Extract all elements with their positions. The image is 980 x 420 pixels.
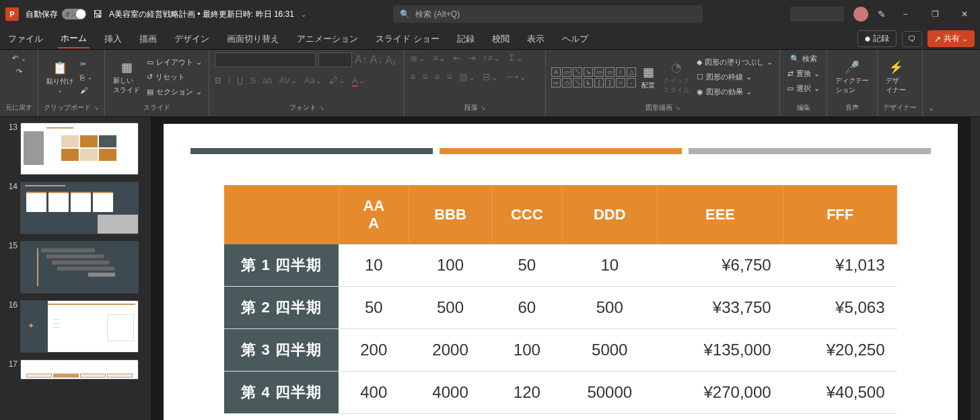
inkpen-icon[interactable]: ✎ bbox=[878, 9, 886, 20]
table-cell[interactable]: 50 bbox=[339, 287, 409, 329]
shape-gallery[interactable]: A▭＼↘▭▭○△ ⇨◇＼↳{}☆⌄ bbox=[551, 67, 636, 88]
cut-button[interactable]: ✂ bbox=[79, 59, 94, 70]
copy-button[interactable]: ⎘ ⌄ bbox=[79, 72, 94, 83]
table-header[interactable]: BBB bbox=[409, 185, 492, 244]
table-cell[interactable]: 500 bbox=[409, 287, 492, 329]
table-header[interactable]: CCC bbox=[492, 185, 563, 244]
select-button[interactable]: ▭ 選択 ⌄ bbox=[785, 82, 821, 95]
table-cell[interactable]: 100 bbox=[409, 244, 492, 287]
shape-effects-button[interactable]: ◉ 図形の効果 ⌄ bbox=[695, 85, 774, 98]
table-cell[interactable]: ¥6,750 bbox=[657, 244, 783, 287]
autosave-toggle[interactable]: 自動保存 オン bbox=[26, 9, 86, 20]
table-cell[interactable]: 500 bbox=[562, 287, 657, 329]
increase-font-icon[interactable]: A↑ bbox=[355, 54, 368, 66]
data-table[interactable]: AAA BBB CCC DDD EEE FFF 第 1 四半期101005010… bbox=[224, 185, 897, 414]
tab-slideshow[interactable]: スライド ショー bbox=[373, 30, 442, 48]
tab-view[interactable]: 表示 bbox=[524, 30, 547, 48]
table-row[interactable]: 第 4 四半期400400012050000¥270,000¥40,500 bbox=[224, 372, 897, 414]
slide[interactable]: AAA BBB CCC DDD EEE FFF 第 1 四半期101005010… bbox=[164, 124, 958, 420]
document-title[interactable]: A美容室の経営戦略計画 • 最終更新日時: 昨日 16:31 bbox=[109, 9, 294, 20]
thumbnail-15[interactable]: 15 bbox=[3, 241, 139, 293]
table-row[interactable]: 第 2 四半期5050060500¥33,750¥5,063 bbox=[224, 287, 897, 329]
slide-thumbnail-pane[interactable]: 13 14 15 bbox=[0, 117, 141, 420]
tab-review[interactable]: 校閲 bbox=[489, 30, 512, 48]
thumbnail-17[interactable]: 17 bbox=[3, 359, 139, 380]
table-cell[interactable]: ¥1,013 bbox=[783, 244, 897, 287]
tab-animations[interactable]: アニメーション bbox=[294, 30, 361, 48]
table-cell[interactable]: ¥135,000 bbox=[657, 329, 783, 372]
maximize-button[interactable]: ❐ bbox=[925, 9, 945, 19]
row-header[interactable]: 第 2 四半期 bbox=[224, 287, 339, 329]
save-icon[interactable]: 🖫 bbox=[93, 9, 102, 20]
table-row[interactable]: 第 1 四半期101005010¥6,750¥1,013 bbox=[224, 244, 897, 287]
bold-button[interactable]: B bbox=[215, 75, 221, 85]
table-cell[interactable]: ¥270,000 bbox=[657, 372, 783, 414]
table-cell[interactable]: 200 bbox=[339, 329, 409, 372]
tab-design[interactable]: デザイン bbox=[172, 30, 212, 48]
comments-button[interactable]: 🗨 bbox=[902, 31, 922, 47]
smartart-button[interactable]: ⟶⌄ bbox=[505, 71, 527, 82]
font-dialog-icon[interactable]: ↘ bbox=[319, 104, 324, 111]
columns-button[interactable]: ▥⌄ bbox=[459, 71, 476, 82]
title-dropdown-icon[interactable]: ⌄ bbox=[301, 11, 306, 18]
table-cell[interactable]: ¥33,750 bbox=[657, 287, 783, 329]
slide-canvas[interactable]: AAA BBB CCC DDD EEE FFF 第 1 四半期101005010… bbox=[151, 117, 971, 420]
align-right-button[interactable]: ≡ bbox=[434, 71, 440, 82]
section-button[interactable]: ▤ セクション ⌄ bbox=[145, 85, 203, 98]
table-cell[interactable]: 50 bbox=[492, 244, 563, 287]
tab-record[interactable]: 記録 bbox=[454, 30, 477, 48]
chevron-down-icon[interactable]: ⌄ bbox=[928, 104, 934, 112]
tab-home[interactable]: ホーム bbox=[58, 30, 90, 48]
clipboard-dialog-icon[interactable]: ↘ bbox=[94, 104, 99, 111]
text-direction-button[interactable]: ↧⌄ bbox=[508, 53, 524, 63]
close-button[interactable]: ✕ bbox=[954, 9, 975, 19]
align-text-button[interactable]: ⊟⌄ bbox=[483, 71, 499, 82]
table-cell[interactable]: ¥5,063 bbox=[783, 287, 897, 329]
font-name-combo[interactable] bbox=[215, 53, 316, 67]
table-cell[interactable]: ¥20,250 bbox=[783, 329, 897, 372]
table-cell[interactable]: 100 bbox=[492, 329, 563, 372]
table-cell[interactable]: 50000 bbox=[562, 372, 657, 414]
canvas-scrollbar[interactable] bbox=[971, 117, 980, 420]
arrange-button[interactable]: ▦配置 bbox=[639, 63, 658, 92]
user-avatar[interactable] bbox=[853, 7, 868, 22]
thumbnail-16[interactable]: 16 ✦ —————— bbox=[3, 300, 139, 353]
drawing-dialog-icon[interactable]: ↘ bbox=[675, 104, 680, 111]
underline-button[interactable]: U bbox=[237, 75, 243, 85]
thumbnail-13[interactable]: 13 bbox=[3, 123, 139, 175]
clear-format-icon[interactable]: Aᵪ bbox=[385, 54, 396, 67]
table-cell[interactable]: 5000 bbox=[562, 329, 657, 372]
font-color-button[interactable]: A⌄ bbox=[352, 75, 365, 85]
designer-button[interactable]: ⚡デザ イナー bbox=[883, 59, 909, 96]
table-cell[interactable]: 10 bbox=[562, 244, 657, 287]
table-header[interactable]: EEE bbox=[657, 185, 783, 244]
table-cell[interactable]: ¥40,500 bbox=[783, 372, 897, 414]
table-cell[interactable]: 120 bbox=[492, 372, 563, 414]
align-center-button[interactable]: ≡ bbox=[422, 71, 427, 82]
toggle-switch[interactable]: オン bbox=[62, 9, 86, 20]
share-button[interactable]: ↗共有⌄ bbox=[928, 30, 975, 47]
tab-transitions[interactable]: 画面切り替え bbox=[224, 30, 282, 48]
tab-draw[interactable]: 描画 bbox=[137, 30, 160, 48]
table-cell[interactable]: 2000 bbox=[409, 329, 492, 372]
paragraph-dialog-icon[interactable]: ↘ bbox=[481, 104, 486, 111]
font-size-combo[interactable] bbox=[318, 53, 352, 67]
line-spacing-button[interactable]: ↕≡⌄ bbox=[483, 53, 501, 63]
highlight-button[interactable]: 🖍⌄ bbox=[329, 75, 345, 85]
justify-button[interactable]: ≡ bbox=[447, 71, 452, 82]
table-cell[interactable]: 10 bbox=[339, 244, 409, 287]
tab-help[interactable]: ヘルプ bbox=[559, 30, 591, 48]
row-header[interactable]: 第 1 四半期 bbox=[224, 244, 339, 287]
table-header[interactable]: DDD bbox=[562, 185, 657, 244]
tab-file[interactable]: ファイル bbox=[5, 30, 46, 48]
row-header[interactable]: 第 4 四半期 bbox=[224, 372, 339, 414]
italic-button[interactable]: I bbox=[228, 75, 230, 85]
char-spacing-button[interactable]: AV⌄ bbox=[279, 75, 298, 85]
align-left-button[interactable]: ≡ bbox=[410, 71, 415, 82]
table-header[interactable]: FFF bbox=[783, 185, 897, 244]
table-header[interactable] bbox=[224, 185, 339, 244]
paste-button[interactable]: 📋貼り付け⌄ bbox=[44, 59, 76, 95]
strike-button[interactable]: S bbox=[250, 75, 256, 85]
thumbnail-14[interactable]: 14 bbox=[3, 182, 139, 234]
indent-button[interactable]: ⇥ bbox=[468, 53, 476, 63]
